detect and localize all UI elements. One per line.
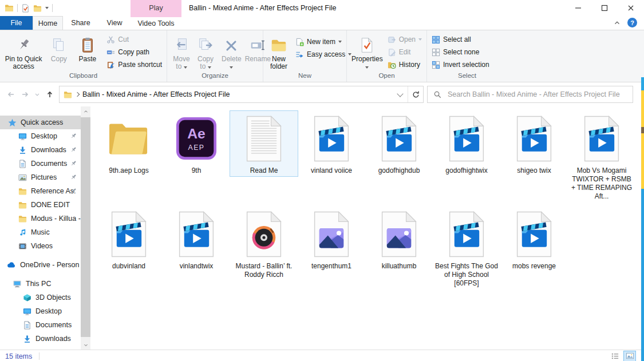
sidebar-item-3d-objects[interactable]: 3D Objects (0, 291, 81, 304)
file-name: Mustard - Ballin’ ft. Roddy Ricch (232, 262, 296, 279)
sidebar-item-documents[interactable]: Documents (0, 157, 81, 170)
file-item[interactable]: shigeo twix (500, 111, 568, 176)
file-item[interactable]: vinlandtwix (163, 207, 230, 272)
group-label-open: Open (347, 72, 426, 82)
minimize-button[interactable] (565, 0, 591, 16)
address-bar[interactable]: Ballin - Mixed Anime - After Effects Pro… (59, 86, 424, 103)
tab-file[interactable]: File (0, 16, 33, 30)
search-box (427, 86, 633, 103)
tab-play-contextual[interactable]: Play (131, 0, 181, 16)
sidebar-item-onedrive[interactable]: OneDrive - Person (0, 258, 81, 272)
easy-access-button[interactable]: Easy access (293, 48, 354, 61)
tab-view[interactable]: View (98, 16, 131, 30)
file-item[interactable]: 9th.aep Logs (95, 111, 163, 176)
sidebar-item-pictures[interactable]: Pictures (0, 170, 81, 184)
file-item[interactable]: Mob Vs Mogami TWIXTOR + RSMB + TIME REMA… (568, 111, 635, 202)
pin-to-quick-access-label: Pin to Quick access (4, 55, 43, 70)
delete-x-icon (223, 33, 239, 54)
scrollbar-up-arrow[interactable] (81, 106, 90, 116)
delete-button[interactable]: Delete (220, 32, 243, 72)
up-button[interactable] (42, 87, 57, 102)
separator (17, 4, 18, 12)
scrollbar-thumb[interactable] (81, 117, 90, 337)
move-to-button[interactable]: Move to (169, 32, 193, 72)
refresh-button[interactable] (408, 86, 423, 102)
folder-icon (64, 90, 72, 99)
video-file-icon (179, 208, 214, 260)
sidebar-item-quick-access[interactable]: Quick access (0, 116, 81, 129)
sidebar-item-desktop[interactable]: Desktop (0, 129, 81, 143)
edit-icon (388, 48, 396, 57)
file-item[interactable]: killuathumb (365, 207, 433, 272)
file-item[interactable]: godofhighdub (365, 111, 433, 176)
help-button[interactable]: ? (627, 18, 637, 27)
sidebar-item-desktop-pc[interactable]: Desktop (0, 304, 81, 318)
sidebar-item-this-pc[interactable]: This PC (0, 277, 81, 291)
new-item-button[interactable]: New item (293, 35, 354, 48)
back-arrow-icon (6, 90, 15, 99)
tab-home[interactable]: Home (33, 16, 63, 30)
tab-share[interactable]: Share (63, 16, 98, 30)
select-all-button[interactable]: Select all (429, 33, 492, 46)
details-view-button[interactable] (609, 351, 621, 361)
sidebar-item-videos[interactable]: Videos (0, 239, 81, 253)
file-item[interactable]: dubvinland (95, 207, 163, 272)
breadcrumb-path[interactable]: Ballin - Mixed Anime - After Effects Pro… (82, 90, 393, 98)
qat-new-folder-icon[interactable] (33, 4, 42, 13)
close-icon (626, 3, 635, 13)
sidebar-item-music[interactable]: Music (0, 225, 81, 239)
sidebar-item-downloads[interactable]: Downloads (0, 143, 81, 157)
address-dropdown-button[interactable] (393, 93, 408, 96)
explorer-folder-icon (5, 3, 14, 13)
paste-label: Paste (78, 55, 96, 63)
file-item[interactable]: vinland voiice (298, 111, 365, 176)
sidebar-item-downloads-pc[interactable]: Downloads (0, 332, 81, 346)
sidebar-item-done-edit[interactable]: DONE EDIT (0, 198, 81, 212)
copy-path-button[interactable]: Copy path (104, 46, 164, 58)
file-item[interactable]: mobs revenge (500, 207, 568, 272)
thumbnail-view-button[interactable] (623, 351, 636, 361)
tab-video-tools[interactable]: Video Tools (131, 16, 181, 30)
copy-path-icon (106, 48, 115, 57)
edit-button[interactable]: Edit (385, 46, 424, 58)
paste-button[interactable]: Paste (73, 32, 102, 72)
properties-button[interactable]: Properties (349, 32, 385, 72)
file-item[interactable]: Mustard - Ballin’ ft. Roddy Ricch (230, 207, 298, 280)
collapse-ribbon-button[interactable] (612, 18, 622, 27)
invert-selection-button[interactable]: Invert selection (429, 58, 492, 71)
scrollbar-down-arrow[interactable] (81, 340, 90, 350)
pin-to-quick-access-button[interactable]: Pin to Quick access (2, 32, 45, 72)
ribbon-group-organize: Move to Copy to Delete Rename Organize (167, 30, 263, 82)
recent-locations-button[interactable] (32, 87, 42, 102)
qat-customize-caret-icon[interactable] (45, 7, 49, 9)
paste-shortcut-button[interactable]: Paste shortcut (104, 58, 164, 71)
search-input[interactable] (447, 90, 633, 99)
new-item-icon (295, 38, 304, 46)
sidebar-item-reference-as[interactable]: Reference As: (0, 184, 81, 198)
file-name: tengenthum1 (311, 262, 351, 271)
copy-to-button[interactable]: Copy to (193, 32, 218, 72)
new-folder-button[interactable]: New folder (266, 32, 292, 72)
cut-button[interactable]: Cut (104, 33, 164, 46)
file-item[interactable]: tengenthum1 (298, 207, 365, 272)
close-button[interactable] (618, 0, 644, 16)
copy-button[interactable]: Copy (45, 32, 73, 72)
file-item[interactable]: Best Fights The God of High School [60FP… (433, 207, 500, 289)
sidebar-item-documents-pc[interactable]: Documents (0, 318, 81, 332)
select-none-button[interactable]: Select none (429, 46, 492, 58)
sidebar-item-modus-killua[interactable]: Modus - Killua - (0, 212, 81, 225)
easy-access-icon (295, 50, 304, 59)
file-item[interactable]: 9th (163, 111, 230, 176)
sidebar-scrollbar[interactable] (81, 106, 90, 350)
file-item[interactable]: godofhightwix (433, 111, 500, 176)
navigation-bar: Ballin - Mixed Anime - After Effects Pro… (0, 82, 644, 106)
after-effects-aep-icon (176, 112, 217, 165)
sidebar-item-label: Downloads (35, 335, 71, 343)
file-item[interactable]: Read Me (230, 111, 298, 176)
forward-button[interactable] (18, 87, 32, 102)
history-button[interactable]: History (385, 58, 424, 71)
qat-properties-icon[interactable] (21, 4, 30, 13)
open-button[interactable]: Open (385, 33, 424, 46)
back-button[interactable] (3, 87, 18, 102)
maximize-button[interactable] (591, 0, 618, 16)
